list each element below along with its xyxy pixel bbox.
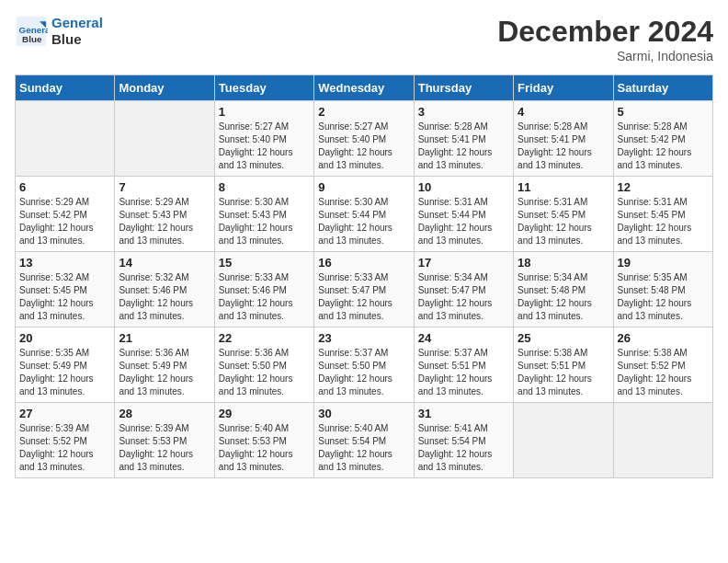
calendar-cell <box>16 101 115 177</box>
calendar-cell: 26 Sunrise: 5:38 AM Sunset: 5:52 PM Dayl… <box>613 327 712 403</box>
day-number: 5 <box>618 105 709 119</box>
calendar-cell: 28 Sunrise: 5:39 AM Sunset: 5:53 PM Dayl… <box>115 403 214 478</box>
day-info: Sunrise: 5:29 AM Sunset: 5:42 PM Dayligh… <box>19 196 110 247</box>
day-info: Sunrise: 5:36 AM Sunset: 5:49 PM Dayligh… <box>119 347 210 398</box>
day-info: Sunrise: 5:34 AM Sunset: 5:48 PM Dayligh… <box>518 271 609 323</box>
day-number: 15 <box>219 256 310 270</box>
day-number: 23 <box>318 331 409 345</box>
day-number: 31 <box>418 407 509 420</box>
day-number: 28 <box>119 407 210 420</box>
title-block: December 2024 Sarmi, Indonesia <box>497 15 713 63</box>
calendar-cell: 6 Sunrise: 5:29 AM Sunset: 5:42 PM Dayli… <box>16 177 115 252</box>
day-number: 18 <box>518 256 609 270</box>
day-info: Sunrise: 5:40 AM Sunset: 5:54 PM Dayligh… <box>318 422 409 474</box>
logo-blue: Blue <box>51 31 103 48</box>
day-number: 11 <box>518 180 609 194</box>
calendar-cell: 4 Sunrise: 5:28 AM Sunset: 5:41 PM Dayli… <box>514 101 613 177</box>
day-info: Sunrise: 5:27 AM Sunset: 5:40 PM Dayligh… <box>219 121 310 172</box>
calendar-cell: 14 Sunrise: 5:32 AM Sunset: 5:46 PM Dayl… <box>115 252 214 327</box>
calendar-cell: 22 Sunrise: 5:36 AM Sunset: 5:50 PM Dayl… <box>214 327 313 403</box>
calendar-header-row: SundayMondayTuesdayWednesdayThursdayFrid… <box>16 75 713 101</box>
day-info: Sunrise: 5:38 AM Sunset: 5:52 PM Dayligh… <box>618 347 709 398</box>
day-info: Sunrise: 5:35 AM Sunset: 5:48 PM Dayligh… <box>618 271 709 323</box>
day-number: 2 <box>318 105 409 119</box>
calendar-week-1: 1 Sunrise: 5:27 AM Sunset: 5:40 PM Dayli… <box>16 101 713 177</box>
day-info: Sunrise: 5:36 AM Sunset: 5:50 PM Dayligh… <box>219 347 310 398</box>
day-number: 3 <box>418 105 509 119</box>
calendar-cell: 29 Sunrise: 5:40 AM Sunset: 5:53 PM Dayl… <box>214 403 313 478</box>
calendar-cell: 27 Sunrise: 5:39 AM Sunset: 5:52 PM Dayl… <box>16 403 115 478</box>
day-number: 30 <box>318 407 409 420</box>
day-number: 22 <box>219 331 310 345</box>
calendar-cell: 30 Sunrise: 5:40 AM Sunset: 5:54 PM Dayl… <box>314 403 414 478</box>
calendar-cell: 2 Sunrise: 5:27 AM Sunset: 5:40 PM Dayli… <box>314 101 414 177</box>
calendar-cell: 21 Sunrise: 5:36 AM Sunset: 5:49 PM Dayl… <box>115 327 214 403</box>
day-number: 14 <box>119 256 210 270</box>
calendar-cell <box>613 403 712 478</box>
day-info: Sunrise: 5:31 AM Sunset: 5:45 PM Dayligh… <box>518 196 609 247</box>
day-info: Sunrise: 5:33 AM Sunset: 5:46 PM Dayligh… <box>219 271 310 323</box>
calendar-cell: 9 Sunrise: 5:30 AM Sunset: 5:44 PM Dayli… <box>314 177 414 252</box>
calendar-cell <box>115 101 214 177</box>
calendar-cell: 16 Sunrise: 5:33 AM Sunset: 5:47 PM Dayl… <box>314 252 414 327</box>
day-info: Sunrise: 5:38 AM Sunset: 5:51 PM Dayligh… <box>518 347 609 398</box>
day-number: 19 <box>618 256 709 270</box>
calendar-week-5: 27 Sunrise: 5:39 AM Sunset: 5:52 PM Dayl… <box>16 403 713 478</box>
logo: General Blue General Blue <box>15 15 103 48</box>
day-number: 27 <box>19 407 110 420</box>
calendar-week-3: 13 Sunrise: 5:32 AM Sunset: 5:45 PM Dayl… <box>16 252 713 327</box>
svg-text:Blue: Blue <box>22 34 42 44</box>
day-info: Sunrise: 5:32 AM Sunset: 5:46 PM Dayligh… <box>119 271 210 323</box>
calendar-cell: 7 Sunrise: 5:29 AM Sunset: 5:43 PM Dayli… <box>115 177 214 252</box>
calendar-cell: 25 Sunrise: 5:38 AM Sunset: 5:51 PM Dayl… <box>514 327 613 403</box>
calendar-cell: 17 Sunrise: 5:34 AM Sunset: 5:47 PM Dayl… <box>414 252 513 327</box>
day-number: 13 <box>19 256 110 270</box>
page-header: General Blue General Blue December 2024 … <box>15 15 713 63</box>
calendar-cell: 1 Sunrise: 5:27 AM Sunset: 5:40 PM Dayli… <box>214 101 313 177</box>
day-info: Sunrise: 5:37 AM Sunset: 5:50 PM Dayligh… <box>318 347 409 398</box>
day-info: Sunrise: 5:39 AM Sunset: 5:52 PM Dayligh… <box>19 422 110 474</box>
day-number: 24 <box>418 331 509 345</box>
day-info: Sunrise: 5:29 AM Sunset: 5:43 PM Dayligh… <box>119 196 210 247</box>
day-number: 9 <box>318 180 409 194</box>
calendar-cell: 8 Sunrise: 5:30 AM Sunset: 5:43 PM Dayli… <box>214 177 313 252</box>
location: Sarmi, Indonesia <box>497 49 713 63</box>
day-number: 6 <box>19 180 110 194</box>
day-number: 17 <box>418 256 509 270</box>
calendar-cell: 15 Sunrise: 5:33 AM Sunset: 5:46 PM Dayl… <box>214 252 313 327</box>
calendar-cell: 24 Sunrise: 5:37 AM Sunset: 5:51 PM Dayl… <box>414 327 513 403</box>
day-number: 25 <box>518 331 609 345</box>
logo-icon: General Blue <box>15 15 48 48</box>
logo-general: General <box>51 15 103 31</box>
day-number: 10 <box>418 180 509 194</box>
day-info: Sunrise: 5:31 AM Sunset: 5:45 PM Dayligh… <box>618 196 709 247</box>
calendar-cell: 12 Sunrise: 5:31 AM Sunset: 5:45 PM Dayl… <box>613 177 712 252</box>
calendar-cell: 11 Sunrise: 5:31 AM Sunset: 5:45 PM Dayl… <box>514 177 613 252</box>
calendar-cell <box>514 403 613 478</box>
calendar-cell: 20 Sunrise: 5:35 AM Sunset: 5:49 PM Dayl… <box>16 327 115 403</box>
day-info: Sunrise: 5:31 AM Sunset: 5:44 PM Dayligh… <box>418 196 509 247</box>
weekday-header-saturday: Saturday <box>613 75 712 101</box>
day-number: 16 <box>318 256 409 270</box>
day-number: 29 <box>219 407 310 420</box>
calendar-cell: 5 Sunrise: 5:28 AM Sunset: 5:42 PM Dayli… <box>613 101 712 177</box>
day-number: 12 <box>618 180 709 194</box>
day-number: 26 <box>618 331 709 345</box>
day-number: 21 <box>119 331 210 345</box>
weekday-header-friday: Friday <box>514 75 613 101</box>
day-info: Sunrise: 5:34 AM Sunset: 5:47 PM Dayligh… <box>418 271 509 323</box>
day-info: Sunrise: 5:37 AM Sunset: 5:51 PM Dayligh… <box>418 347 509 398</box>
calendar-cell: 19 Sunrise: 5:35 AM Sunset: 5:48 PM Dayl… <box>613 252 712 327</box>
day-info: Sunrise: 5:33 AM Sunset: 5:47 PM Dayligh… <box>318 271 409 323</box>
day-info: Sunrise: 5:30 AM Sunset: 5:43 PM Dayligh… <box>219 196 310 247</box>
calendar-cell: 3 Sunrise: 5:28 AM Sunset: 5:41 PM Dayli… <box>414 101 513 177</box>
weekday-header-tuesday: Tuesday <box>214 75 313 101</box>
day-info: Sunrise: 5:28 AM Sunset: 5:42 PM Dayligh… <box>618 121 709 172</box>
calendar-week-2: 6 Sunrise: 5:29 AM Sunset: 5:42 PM Dayli… <box>16 177 713 252</box>
calendar-table: SundayMondayTuesdayWednesdayThursdayFrid… <box>15 75 713 478</box>
day-info: Sunrise: 5:28 AM Sunset: 5:41 PM Dayligh… <box>518 121 609 172</box>
day-number: 8 <box>219 180 310 194</box>
day-info: Sunrise: 5:28 AM Sunset: 5:41 PM Dayligh… <box>418 121 509 172</box>
day-info: Sunrise: 5:27 AM Sunset: 5:40 PM Dayligh… <box>318 121 409 172</box>
calendar-cell: 10 Sunrise: 5:31 AM Sunset: 5:44 PM Dayl… <box>414 177 513 252</box>
